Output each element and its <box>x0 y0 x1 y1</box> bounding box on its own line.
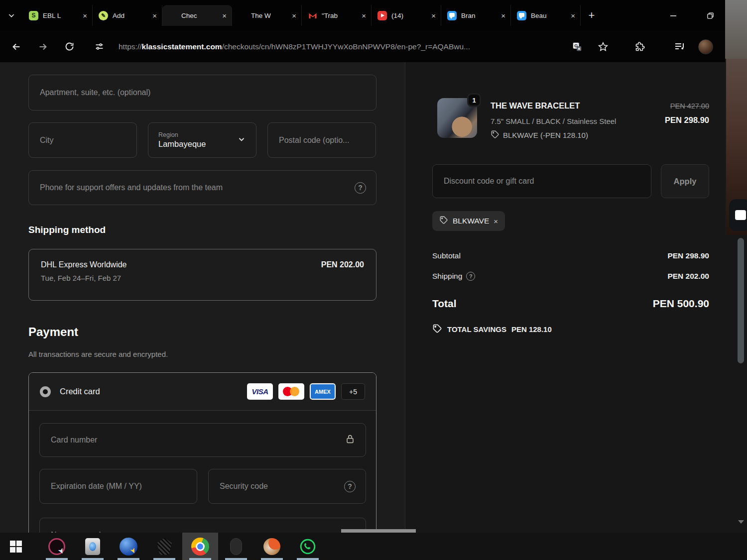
phone-input[interactable] <box>39 183 355 193</box>
credit-card-option[interactable]: Credit card VISA AMEX +5 <box>29 373 376 411</box>
tab-add[interactable]: ✎ Add × <box>93 5 162 26</box>
savings-value: PEN 128.10 <box>511 325 552 334</box>
tab-gmail[interactable]: "Trab × <box>302 5 372 26</box>
name-on-card-field[interactable] <box>39 518 366 533</box>
forward-button[interactable] <box>36 40 49 53</box>
shipping-method-heading: Shipping method <box>28 224 106 235</box>
new-tab-button[interactable]: + <box>581 9 603 22</box>
taskbar-mouse-app[interactable] <box>218 533 254 560</box>
region-select[interactable]: Region Lambayeque <box>148 122 256 158</box>
media-controls-icon[interactable] <box>673 40 686 53</box>
taskbar-pointer-app[interactable] <box>111 533 146 560</box>
tab-search-chevron-icon[interactable] <box>0 11 23 19</box>
address-bar[interactable]: https://klassicstatement.com/checkouts/c… <box>119 42 470 51</box>
back-button[interactable] <box>10 40 23 53</box>
tab-label: EBL L <box>43 12 78 19</box>
subtotal-row: Subtotal PEN 298.90 <box>432 251 709 260</box>
chevron-down-icon <box>237 135 246 146</box>
close-tab-icon[interactable]: × <box>83 11 87 20</box>
taskbar-capture-app[interactable] <box>75 533 111 560</box>
chat-favicon-icon <box>447 11 457 20</box>
security-code-input[interactable] <box>219 481 344 491</box>
expiry-field[interactable] <box>39 469 197 504</box>
tab-bran[interactable]: Bran × <box>441 5 511 26</box>
city-field[interactable] <box>28 122 137 158</box>
phone-field[interactable]: ? <box>28 170 376 205</box>
utility-app-icon <box>157 538 172 555</box>
shipping-option-name: DHL Express Worldwide <box>41 260 127 269</box>
running-indicator <box>189 558 211 560</box>
translate-icon[interactable]: Ga <box>571 40 584 53</box>
close-tab-icon[interactable]: × <box>152 11 157 20</box>
svg-text:a: a <box>578 46 581 51</box>
phone-help-icon[interactable]: ? <box>355 182 366 194</box>
tab-checkout-active[interactable]: Chec × <box>162 5 232 26</box>
tab-label: Bran <box>461 12 497 19</box>
close-tab-icon[interactable]: × <box>501 11 505 20</box>
taskbar-paint-app[interactable] <box>254 533 290 560</box>
tab-beau[interactable]: Beau × <box>511 5 581 26</box>
product-title: THE WAVE BRACELET <box>491 101 580 111</box>
running-indicator <box>118 558 139 560</box>
background-window-edge <box>725 0 747 59</box>
discount-code-field[interactable] <box>432 164 651 198</box>
taskbar-chrome[interactable] <box>182 533 218 560</box>
close-tab-icon[interactable]: × <box>292 11 296 20</box>
apartment-input[interactable] <box>39 88 366 98</box>
apartment-field[interactable] <box>28 75 376 111</box>
chrome-icon <box>191 538 209 556</box>
credit-card-form: ? <box>29 411 376 533</box>
security-code-help-icon[interactable]: ? <box>344 481 356 492</box>
postal-code-input[interactable] <box>278 135 366 145</box>
discount-code-input[interactable] <box>443 176 641 186</box>
amex-badge-icon: AMEX <box>310 383 336 400</box>
subtotal-label: Subtotal <box>432 251 461 260</box>
shipping-option-selected[interactable]: DHL Express Worldwide PEN 202.00 Tue, Fe… <box>28 249 376 301</box>
remove-discount-icon[interactable]: × <box>494 217 498 225</box>
running-indicator <box>261 558 283 560</box>
window-restore-button[interactable] <box>703 8 717 22</box>
reload-button[interactable] <box>63 40 76 53</box>
windows-logo-icon <box>10 541 22 553</box>
scrollbar-down-arrow[interactable] <box>738 520 744 524</box>
card-number-field[interactable] <box>39 423 366 457</box>
column-divider <box>405 62 405 533</box>
close-tab-icon[interactable]: × <box>222 11 227 20</box>
postal-code-field[interactable] <box>267 122 376 158</box>
tag-icon <box>491 130 499 140</box>
tab-label: Beau <box>531 12 566 19</box>
taskbar-whatsapp[interactable] <box>290 533 326 560</box>
browser-toolbar: https://klassicstatement.com/checkouts/c… <box>0 31 747 62</box>
tab-ebl[interactable]: S EBL L × <box>23 5 93 26</box>
tab-label: (14) <box>391 12 427 19</box>
card-number-input[interactable] <box>50 435 345 445</box>
page-scrollbar[interactable] <box>738 238 744 363</box>
close-tab-icon[interactable]: × <box>571 11 575 20</box>
savings-label: TOTAL SAVINGS <box>447 325 506 334</box>
apply-discount-button[interactable]: Apply <box>661 164 709 198</box>
expiry-input[interactable] <box>50 481 187 491</box>
shipping-help-icon[interactable]: ? <box>466 272 475 281</box>
site-settings-icon[interactable] <box>93 40 106 53</box>
taskbar-utility-app[interactable] <box>146 533 182 560</box>
applied-discount-code: BLKWAVE <box>453 217 489 225</box>
start-button[interactable] <box>0 541 32 553</box>
tab-youtube[interactable]: (14) × <box>372 5 441 26</box>
city-input[interactable] <box>39 135 126 145</box>
taskbar-screen-recorder[interactable] <box>39 533 75 560</box>
extensions-icon[interactable] <box>633 40 646 53</box>
tag-icon <box>432 324 442 335</box>
gmail-favicon-icon <box>308 11 317 20</box>
stop-button[interactable] <box>729 199 747 231</box>
close-tab-icon[interactable]: × <box>431 11 436 20</box>
tab-the[interactable]: The W × <box>232 5 302 26</box>
close-tab-icon[interactable]: × <box>362 11 366 20</box>
security-code-field[interactable]: ? <box>208 469 366 504</box>
paint-app-icon <box>263 538 280 555</box>
window-minimize-button[interactable] <box>666 8 680 22</box>
bookmark-star-icon[interactable] <box>597 40 610 53</box>
shipping-total-value: PEN 202.00 <box>667 272 709 281</box>
profile-avatar[interactable] <box>698 39 713 54</box>
credit-card-radio[interactable] <box>40 386 51 397</box>
total-label: Total <box>432 298 457 310</box>
